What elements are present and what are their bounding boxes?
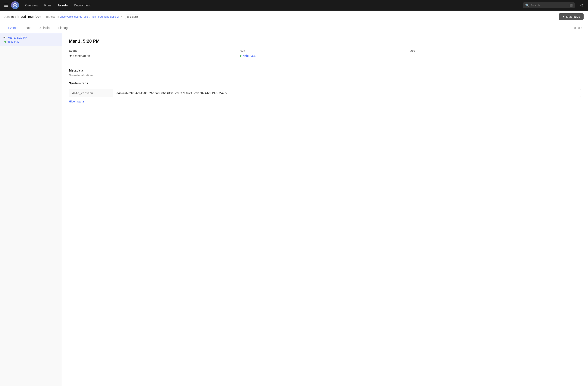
- default-badge[interactable]: ▦ default: [125, 15, 140, 19]
- tab-bar: Events Plots Definition Lineage 0:06 ↻: [0, 23, 588, 33]
- nav-deployment[interactable]: Deployment: [71, 2, 93, 9]
- event-col-value: 👁 Observation: [69, 54, 240, 58]
- table-icon: ▦: [46, 15, 49, 18]
- asset-file-info: ▦ Asset in observable_source_ass..._non_…: [46, 15, 122, 18]
- tag-key: data_version: [69, 89, 113, 97]
- events-sidebar: 👁 Mar 1, 5:20 PM 55b13432: [0, 33, 62, 386]
- asset-in-label: Asset in: [49, 15, 59, 18]
- refresh-area: 0:06 ↻: [574, 26, 584, 30]
- app-logo: [11, 1, 19, 9]
- job-col-value: —: [410, 54, 581, 58]
- tab-lineage[interactable]: Lineage: [55, 23, 73, 33]
- run-col-header: Run: [240, 49, 410, 52]
- tag-value: 84b26d7d9204cbf588026c8a9886d403a6c9637c…: [113, 89, 581, 97]
- hide-tags-button[interactable]: Hide tags ▲: [69, 100, 85, 103]
- settings-icon[interactable]: ⚙: [579, 2, 585, 9]
- asset-file-link[interactable]: observable_source_ass..._non_argument_de…: [60, 15, 120, 18]
- star-icon: ✦: [562, 15, 565, 18]
- job-column: Job —: [410, 49, 581, 58]
- tabs-list: Events Plots Definition Lineage: [4, 23, 73, 33]
- nav-runs[interactable]: Runs: [42, 2, 54, 9]
- chevron-up-icon: ▲: [82, 100, 85, 103]
- grid-icon: ▦: [127, 15, 129, 18]
- event-column: Event 👁 Observation: [69, 49, 240, 58]
- breadcrumb-assets[interactable]: Assets: [4, 15, 14, 19]
- metadata-title: Metadata: [69, 68, 581, 72]
- asset-meta: ▦ Asset in observable_source_ass..._non_…: [46, 15, 140, 19]
- metadata-section: Metadata No materializations: [69, 68, 581, 77]
- run-col-value: 55b13432: [240, 54, 410, 58]
- nav-overview[interactable]: Overview: [22, 2, 41, 9]
- job-col-header: Job: [410, 49, 581, 52]
- event-date-heading: Mar 1, 5:20 PM: [69, 39, 581, 44]
- metadata-subtitle: No materializations: [69, 74, 581, 77]
- search-input[interactable]: [531, 4, 568, 7]
- tab-plots[interactable]: Plots: [21, 23, 35, 33]
- sidebar-run-link[interactable]: 55b13432: [7, 40, 19, 43]
- event-content: Mar 1, 5:20 PM Event 👁 Observation Run 5…: [62, 33, 588, 386]
- event-col-header: Event: [69, 49, 240, 52]
- system-tags-section: System tags data_version 84b26d7d9204cbf…: [69, 81, 581, 103]
- event-type-label: Observation: [73, 54, 90, 58]
- run-column: Run 55b13432: [240, 49, 410, 58]
- asset-name-title: input_number: [18, 15, 41, 19]
- system-tags-title: System tags: [69, 81, 581, 85]
- page-header: Assets › input_number ▦ Asset in observa…: [0, 11, 588, 23]
- refresh-icon[interactable]: ↻: [581, 26, 584, 30]
- nav-links: Overview Runs Assets Deployment: [22, 2, 521, 9]
- main-layout: 👁 Mar 1, 5:20 PM 55b13432 Mar 1, 5:20 PM…: [0, 33, 588, 386]
- observation-eye-icon: 👁: [69, 54, 72, 58]
- materialize-button[interactable]: ✦ Materialize: [559, 13, 584, 20]
- search-box: 🔍 /: [523, 2, 575, 8]
- eye-icon: 👁: [3, 36, 6, 39]
- refresh-timer: 0:06: [574, 26, 580, 30]
- search-shortcut: /: [570, 4, 572, 7]
- sidebar-event-link[interactable]: Mar 1, 5:20 PM: [8, 36, 27, 39]
- tab-definition[interactable]: Definition: [35, 23, 55, 33]
- sidebar-run-info: 55b13432: [3, 40, 58, 43]
- breadcrumb: Assets › input_number: [4, 15, 41, 19]
- sidebar-event-item[interactable]: 👁 Mar 1, 5:20 PM 55b13432: [0, 33, 62, 46]
- run-id-link[interactable]: 55b13432: [243, 54, 256, 58]
- event-info-table: Event 👁 Observation Run 55b13432 Job —: [69, 49, 581, 58]
- run-status-dot: [4, 41, 6, 43]
- tags-table: data_version 84b26d7d9204cbf588026c8a988…: [69, 89, 581, 97]
- job-value: —: [410, 54, 413, 58]
- tab-events[interactable]: Events: [4, 23, 21, 33]
- search-icon: 🔍: [525, 3, 529, 7]
- section-divider: [69, 63, 581, 63]
- breadcrumb-separator: ›: [15, 15, 16, 19]
- default-label: default: [130, 15, 138, 18]
- sidebar-event-date: 👁 Mar 1, 5:20 PM: [3, 36, 58, 39]
- external-link-icon: ↗: [120, 15, 122, 18]
- hamburger-menu[interactable]: [3, 3, 9, 8]
- nav-assets[interactable]: Assets: [55, 2, 70, 9]
- run-status-green-dot: [240, 55, 241, 57]
- tag-row: data_version 84b26d7d9204cbf588026c8a988…: [69, 89, 581, 97]
- top-navigation: Overview Runs Assets Deployment 🔍 / ⚙: [0, 0, 588, 11]
